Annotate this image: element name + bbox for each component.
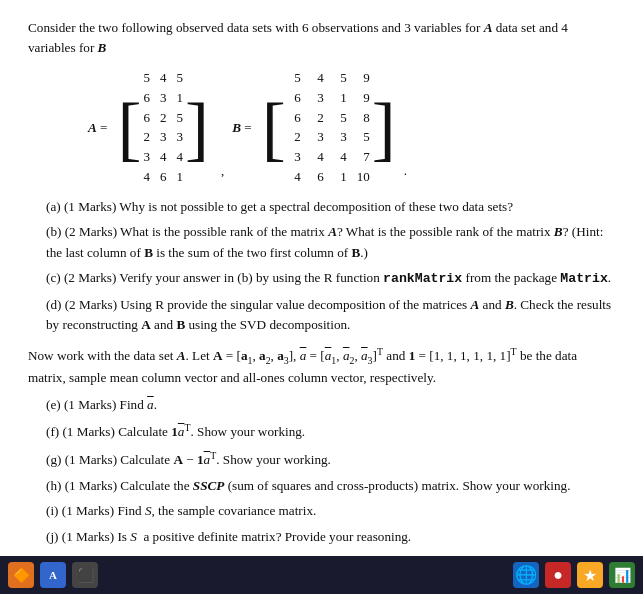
question-a: (a) (1 Marks) Why is not possible to get… xyxy=(46,197,615,217)
matrix-a-grid: 545 631 625 233 344 461 xyxy=(144,69,184,187)
taskbar-icon-2[interactable]: A xyxy=(40,562,66,588)
question-i: (i) (1 Marks) Find S, the sample covaria… xyxy=(46,501,615,521)
bracket-left-b: [ xyxy=(262,92,286,164)
intro-paragraph: Consider the two following observed data… xyxy=(28,18,615,59)
taskbar-icon-3[interactable]: ⬛ xyxy=(72,562,98,588)
question-e: (e) (1 Marks) Find a. xyxy=(46,395,615,415)
section2-intro: Now work with the data set A. Let A = [a… xyxy=(28,344,615,389)
question-f: (f) (1 Marks) Calculate 1aT. Show your w… xyxy=(46,420,615,443)
taskbar-icon-5[interactable]: ● xyxy=(545,562,571,588)
question-h: (h) (1 Marks) Calculate the SSCP (sum of… xyxy=(46,476,615,496)
matrix-a: [ 545 631 625 233 344 461 ] xyxy=(116,69,211,187)
question-d: (d) (2 Marks) Using R provide the singul… xyxy=(46,295,615,336)
question-b: (b) (2 Marks) What is the possible rank … xyxy=(46,222,615,263)
q-a-label: (a) (1 Marks) Why is not possible to get… xyxy=(46,199,513,214)
following-word: following xyxy=(121,20,172,35)
matrix-b-grid: 5459 6319 6258 2335 3447 46110 xyxy=(288,69,370,187)
taskbar-icon-4[interactable]: 🌐 xyxy=(513,562,539,588)
taskbar-icon-1[interactable]: 🔶 xyxy=(8,562,34,588)
page-content: Consider the two following observed data… xyxy=(0,0,643,556)
bracket-right-b: ] xyxy=(372,92,396,164)
matrices-display: A = [ 545 631 625 233 344 461 ] , B = [ … xyxy=(28,69,615,187)
bracket-right-a: ] xyxy=(185,92,209,164)
taskbar: 🔶 A ⬛ 🌐 ● ★ 📊 xyxy=(0,556,643,594)
bracket-left-a: [ xyxy=(118,92,142,164)
matrix-b: [ 5459 6319 6258 2335 3447 46110 ] xyxy=(260,69,398,187)
comma: , xyxy=(221,161,224,187)
matrix-b-label: B = xyxy=(232,118,252,138)
taskbar-icon-7[interactable]: 📊 xyxy=(609,562,635,588)
question-j: (j) (1 Marks) Is S a positive definite m… xyxy=(46,527,615,547)
period: . xyxy=(404,161,407,187)
question-g: (g) (1 Marks) Calculate A − 1aT. Show yo… xyxy=(46,448,615,471)
matrix-a-label: A = xyxy=(88,118,108,138)
question-c: (c) (2 Marks) Verify your answer in (b) … xyxy=(46,268,615,289)
taskbar-icon-6[interactable]: ★ xyxy=(577,562,603,588)
